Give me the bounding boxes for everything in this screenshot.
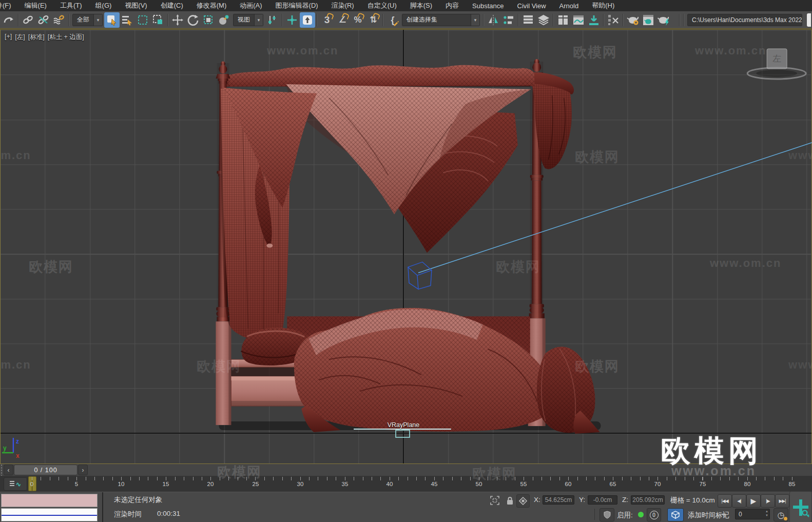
menu-item[interactable]: 组(G)	[89, 1, 119, 10]
menu-item[interactable]: 动画(A)	[233, 1, 268, 10]
shield-icon[interactable]	[600, 508, 614, 521]
selection-filter-dropdown[interactable]: 全部 ▾	[72, 14, 103, 26]
absolute-mode-transform-button[interactable]	[516, 494, 530, 508]
angle-snap-icon[interactable]: ∠	[335, 12, 350, 28]
toolbar-separator	[282, 14, 283, 26]
menu-item[interactable]: 帮助(H)	[585, 1, 621, 10]
curve-editor-button[interactable]	[571, 12, 586, 28]
select-by-name-button[interactable]	[120, 12, 135, 28]
menu-item[interactable]: 文件(F)	[0, 1, 18, 10]
time-slider-frame-display[interactable]: 0 / 100	[14, 465, 78, 475]
align-button[interactable]	[501, 12, 516, 28]
isolate-selection-toggle[interactable]	[489, 495, 501, 506]
set-key-button[interactable]	[789, 491, 812, 522]
select-and-place-button[interactable]	[216, 12, 231, 28]
clipped-toolbar-icon[interactable]	[807, 13, 811, 27]
bind-spacewarp-icon[interactable]	[51, 12, 67, 28]
play-animation-button[interactable]: ▶	[746, 494, 761, 508]
viewcube[interactable]: 左	[747, 49, 806, 79]
select-and-scale-button[interactable]	[201, 12, 216, 28]
toggle-ribbon-button[interactable]	[555, 12, 571, 28]
select-and-rotate-button[interactable]	[185, 12, 201, 28]
keyboard-shortcut-override-toggle[interactable]	[300, 12, 315, 28]
maxscript-mini-listener[interactable]	[1, 508, 98, 521]
project-folder-dropdown[interactable]: C:\Users\Han\Documents\3ds Max 2022 ▾	[687, 14, 802, 26]
next-frame-button[interactable]: |▶	[761, 494, 775, 508]
select-object-button[interactable]	[104, 12, 120, 28]
unlink-icon[interactable]	[36, 12, 51, 28]
link-icon[interactable]	[21, 12, 36, 28]
enabled-status-dot	[638, 512, 644, 517]
snap-toggle-3d-icon[interactable]: 3	[319, 12, 335, 28]
go-to-end-button[interactable]: ▶▶|	[775, 494, 789, 508]
toggle-scene-explorer-button[interactable]	[520, 12, 536, 28]
next-frame-arrow-button[interactable]: ›	[78, 465, 88, 475]
rectangular-selection-region-button[interactable]	[135, 12, 150, 28]
frame-step-arrows[interactable]: ◂▸	[721, 511, 727, 517]
use-pivot-center-button[interactable]	[265, 12, 280, 28]
menu-item[interactable]: 脚本(S)	[403, 1, 439, 10]
select-and-move-button[interactable]	[170, 12, 185, 28]
viewport-left[interactable]: 左 z y x [+] [左] [标准] [粘土 + 边面] VRayPlane	[0, 29, 812, 464]
viewport-menu-pov[interactable]: [左]	[15, 33, 25, 42]
time-configuration-button[interactable]: ◷	[774, 508, 788, 521]
menu-item[interactable]: Civil View	[511, 2, 553, 10]
menu-item[interactable]: 内容	[439, 1, 466, 10]
status-prompt: 未选定任何对象	[114, 495, 163, 505]
x-coordinate-field[interactable]: 54.625cm	[543, 495, 574, 505]
spinner-snap-icon[interactable]: ⇅	[365, 12, 381, 28]
previous-frame-arrow-button[interactable]: ‹	[4, 465, 13, 475]
spinner-arrows-icon[interactable]: ▲▼	[765, 509, 768, 518]
track-bar[interactable]: ∿ 0510152025303540455055606570758085	[0, 476, 812, 492]
select-and-manipulate-button[interactable]	[284, 12, 300, 28]
menu-item[interactable]: 工具(T)	[53, 1, 89, 10]
menu-item[interactable]: Substance	[466, 2, 510, 10]
menu-item[interactable]: 修改器(M)	[190, 1, 234, 10]
named-selection-set-dropdown[interactable]: 创建选择集 ▾	[402, 14, 480, 26]
previous-frame-button[interactable]: ◀|	[732, 494, 746, 508]
redo-icon[interactable]	[1, 12, 16, 28]
menu-item[interactable]: 创建(C)	[154, 1, 190, 10]
cloth-bundle-right[interactable]	[537, 346, 600, 434]
go-to-start-button[interactable]: |◀◀	[718, 494, 732, 508]
menu-item[interactable]: 编辑(E)	[18, 1, 53, 10]
menu-item[interactable]: 渲染(R)	[325, 1, 361, 10]
frame-ruler-number: 70	[654, 481, 661, 487]
menu-item[interactable]: 视图(V)	[118, 1, 153, 10]
maxscript-macro-recorder[interactable]	[1, 494, 98, 507]
frame-spinner-value: 0	[739, 511, 742, 518]
z-coordinate-field[interactable]: 205.092cm	[631, 495, 665, 505]
dummy-helper-cube[interactable]	[408, 262, 432, 289]
selection-lock-toggle[interactable]	[504, 495, 516, 506]
viewcube-face-label[interactable]: 左	[772, 54, 781, 64]
y-coordinate-field[interactable]: -0.0cm	[588, 495, 617, 505]
percent-snap-icon[interactable]: %	[350, 12, 365, 28]
viewport-menu-standard[interactable]: [标准]	[28, 33, 45, 42]
degradation-zero-button[interactable]: 0	[647, 508, 661, 521]
canopy-bunched-cloth[interactable]	[221, 65, 534, 87]
menu-bar: 文件(F)编辑(E)工具(T)组(G)视图(V)创建(C)修改器(M)动画(A)…	[0, 0, 812, 12]
current-frame-spinner[interactable]: 0 ▲▼	[735, 509, 770, 519]
bed-model[interactable]	[216, 59, 601, 434]
menu-item[interactable]: 自定义(U)	[361, 1, 403, 10]
time-slider-drag-handle[interactable]	[0, 464, 3, 476]
frame-ruler-ticks	[32, 477, 798, 480]
toggle-layer-explorer-button[interactable]	[536, 12, 551, 28]
toolbar-separator	[518, 14, 519, 26]
render-production-button[interactable]	[656, 12, 671, 28]
viewport-menu-general[interactable]: [+]	[5, 33, 12, 42]
menu-item[interactable]: Arnold	[553, 2, 586, 10]
schematic-view-button[interactable]	[586, 12, 602, 28]
toolbar-separator	[68, 14, 69, 26]
edit-named-selection-sets-button[interactable]: {	[385, 12, 400, 28]
viewport-menu-shading[interactable]: [粘土 + 边面]	[48, 33, 84, 42]
rendered-frame-window-button[interactable]	[641, 12, 656, 28]
time-tag-cube-button[interactable]	[667, 508, 684, 521]
selection-filter-value: 全部	[73, 14, 93, 26]
mirror-button[interactable]	[486, 12, 501, 28]
render-setup-button[interactable]	[625, 12, 641, 28]
menu-item[interactable]: 图形编辑器(D)	[269, 1, 325, 10]
array-button[interactable]	[606, 12, 621, 28]
window-crossing-button[interactable]	[150, 12, 166, 28]
reference-coordinate-dropdown[interactable]: 视图 ▾	[233, 14, 263, 26]
